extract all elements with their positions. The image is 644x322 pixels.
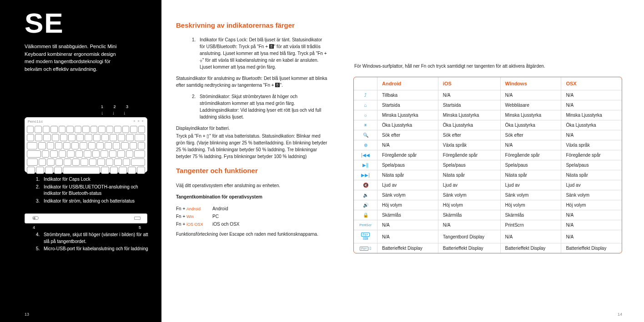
cell-osx: Minska Ljusstyrka: [561, 110, 622, 120]
cell-ios: Batterieffekt Display: [438, 243, 501, 253]
cell-android: N/A: [377, 230, 438, 243]
cell-ios: Föregående spår: [438, 150, 501, 160]
function-icon: ⌂: [354, 100, 377, 110]
col-osx: OSX: [561, 77, 622, 90]
kb-indicator-arrows: ↓ ↓ ↓: [101, 110, 149, 115]
cell-android: Spela/paus: [377, 160, 438, 170]
table-row: PrntScrN/AN/APrintScrnN/A: [354, 220, 622, 230]
table-row: ▶||Spela/pausSpela/pausSpela/pausSpela/p…: [354, 160, 622, 170]
cell-android: N/A: [377, 140, 438, 150]
function-icon: ☀: [354, 120, 377, 130]
table-row: ☀Öka LjusstyrkaÖka LjusstyrkaÖka Ljussty…: [354, 120, 622, 130]
cell-android: Sök efter: [377, 130, 438, 140]
cell-windows: Spela/paus: [501, 160, 562, 170]
cell-android: Öka Ljusstyrka: [377, 120, 438, 130]
heading-keys-functions: Tangenter och funktioner: [176, 166, 328, 175]
cell-osx: Sänk volym: [561, 190, 622, 200]
function-overview-para: Funktionsförteckning över Escape och rad…: [176, 231, 328, 238]
os-select-para: Välj ditt operativsystem efter anslutnin…: [176, 182, 328, 189]
cell-android: Höj volym: [377, 200, 438, 210]
cell-android: Nästa spår: [377, 170, 438, 180]
battery-display-heading: Displayindikator för batteri.: [176, 125, 328, 132]
table-row: 🔉Sänk volymSänk volymSänk volymSänk voly…: [354, 190, 622, 200]
cell-windows: N/A: [501, 90, 562, 100]
cell-ios: Växla språk: [438, 140, 501, 150]
function-icon: ⊕: [354, 140, 377, 150]
function-icon: 🔊: [354, 200, 377, 210]
table-row: 🔊Höj volymHöj volymHöj volymHöj volym: [354, 200, 622, 210]
combo-list: Fn + AndroidAndroidFn + WInPCFn + iOS OS…: [176, 205, 328, 228]
cell-windows: N/A: [501, 140, 562, 150]
table-row: ▶▶|Nästa spårNästa spårNästa spårNästa s…: [354, 170, 622, 180]
function-icon: ⤴: [354, 90, 377, 100]
page-number-left: 13: [25, 312, 29, 317]
combo-value: PC: [212, 213, 219, 220]
cell-ios: Nästa spår: [438, 170, 501, 180]
cell-ios: Sök efter: [438, 130, 501, 140]
table-row: ⊕N/AVäxla språkN/AVäxla språk: [354, 140, 622, 150]
combo-value: Android: [212, 205, 228, 213]
kb-indicator-numbers: 1 2 3: [101, 104, 149, 109]
battery-display-desc: Tryck på "Fn + ▯" för att visa batterist…: [176, 133, 328, 160]
table-row: 🔒SkärmlåsSkärmlåsSkärmlåsN/A: [354, 210, 622, 220]
list-item: Indikator för Caps Lock: Det blå ljuset …: [197, 36, 328, 70]
table-row: Fn+ ⌨N/ATangentbord DisplayN/AN/A: [354, 230, 622, 243]
list-item: Indikator för Caps Lock: [41, 176, 149, 183]
cell-osx: Föregående spår: [561, 150, 622, 160]
list-item: Strömindikator: Skjut strömbrytaren åt h…: [197, 93, 328, 120]
keyboard-keys: [27, 126, 145, 170]
cell-osx: N/A: [561, 230, 622, 243]
cell-ios: Skärmlås: [438, 210, 501, 220]
cell-osx: N/A: [561, 90, 622, 100]
function-table: Android iOS Windows OSX ⤴TillbakaN/AN/AN…: [353, 77, 622, 253]
indicator-desc-list: Indikator för Caps Lock: Det blå ljuset …: [176, 36, 328, 70]
list-item: Strömbrytare, skjut till höger (vänster …: [41, 232, 149, 245]
usb-label-4: 4: [33, 225, 35, 230]
cell-osx: Växla språk: [561, 140, 622, 150]
function-icon: Fn+ ⌨: [354, 230, 377, 243]
cell-ios: Sänk volym: [438, 190, 501, 200]
function-icon: Fn+ ▯: [354, 243, 377, 253]
table-row: ⌂StartsidaStartsidaWebbläsareN/A: [354, 100, 622, 110]
language-code: SE: [25, 9, 149, 37]
combo-key: Fn + iOS OSX: [176, 220, 212, 228]
cell-osx: N/A: [561, 130, 622, 140]
windows-tablet-note: För Windows-surfplattor, håll ner Fn och…: [354, 63, 622, 69]
cell-ios: Öka Ljusstyrka: [438, 120, 501, 130]
bluetooth-status-para: Statusindikator för anslutning av Blueto…: [176, 75, 328, 89]
function-icon: 🔒: [354, 210, 377, 220]
table-row: ⤴TillbakaN/AN/AN/A: [354, 90, 622, 100]
usb-illustration: [25, 213, 147, 223]
cell-osx: Spela/paus: [561, 160, 622, 170]
cell-ios: Tangentbord Display: [438, 230, 501, 243]
indicator-list-1: Indikator för Caps Lock Indikator för US…: [25, 176, 149, 204]
cell-ios: N/A: [438, 220, 501, 230]
intro-text: Välkommen till snabbguiden. Penclic Mini…: [25, 43, 125, 73]
function-icon: PrntScr: [354, 220, 377, 230]
cell-windows: Minska Ljusstyrka: [501, 110, 562, 120]
table-row: 🔇Ljud avLjud avLjud avLjud av: [354, 180, 622, 190]
combo-row: Fn + AndroidAndroid: [176, 205, 328, 213]
cell-ios: Startsida: [438, 100, 501, 110]
cell-osx: N/A: [561, 220, 622, 230]
combo-subheading: Tangentkombination för operativsystem: [176, 193, 328, 200]
list-item: Indikator för USB/BLUETOOTH-anslutning o…: [41, 184, 149, 197]
function-icon: ▶||: [354, 160, 377, 170]
cell-android: Sänk volym: [377, 190, 438, 200]
combo-key: Fn + WIn: [176, 213, 212, 220]
table-row: 🔍Sök efterSök efterSök efterN/A: [354, 130, 622, 140]
combo-row: Fn + WInPC: [176, 213, 328, 220]
function-icon: 🔉: [354, 190, 377, 200]
combo-row: Fn + iOS OSXiOS och OSX: [176, 220, 328, 228]
list-item: Indikator för ström, laddning och batter…: [41, 198, 149, 205]
col-icon: [354, 77, 377, 90]
function-icon: ▶▶|: [354, 170, 377, 180]
indicator-list-2: Strömbrytare, skjut till höger (vänster …: [25, 232, 149, 253]
function-icon: 🔇: [354, 180, 377, 190]
usb-label-5: 5: [139, 225, 141, 230]
cell-windows: Höj volym: [501, 200, 562, 210]
list-item: Micro-USB-port för kabelanslutning och f…: [41, 246, 149, 253]
cell-osx: Nästa spår: [561, 170, 622, 180]
cell-windows: Nästa spår: [501, 170, 562, 180]
cell-osx: N/A: [561, 100, 622, 110]
